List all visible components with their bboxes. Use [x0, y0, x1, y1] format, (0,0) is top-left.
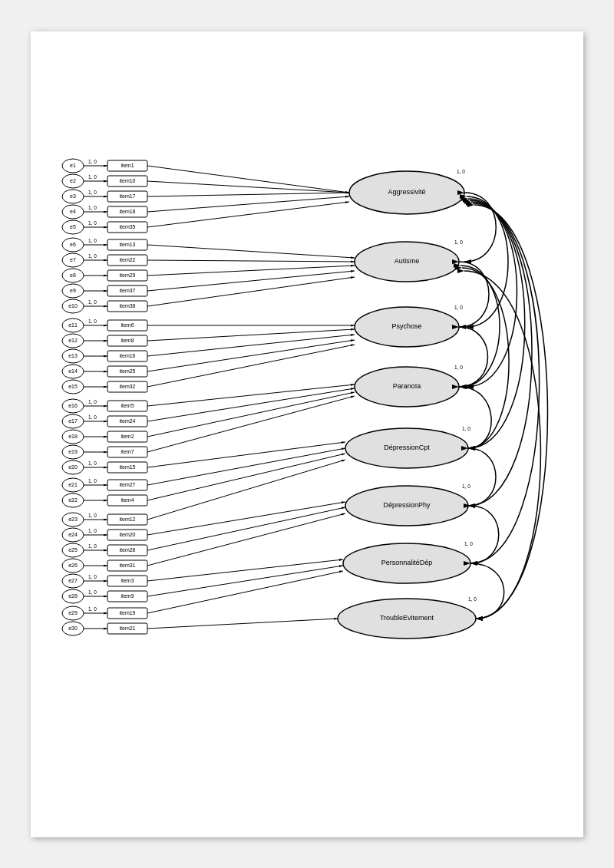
error-node-e25: e25	[62, 543, 84, 557]
item-node-item21: item21	[107, 623, 147, 634]
svg-text:item8: item8	[120, 337, 134, 342]
covar-autisme-depressioncpt	[462, 268, 509, 448]
loading-label: 1, 0	[88, 478, 97, 484]
svg-text:Psychose: Psychose	[391, 322, 421, 330]
factor-label-aggressivite: 1, 0	[457, 169, 465, 174]
loading-label: 1, 0	[88, 528, 97, 533]
svg-text:item32: item32	[119, 383, 135, 388]
factor-label-personnalitedep: 1, 0	[464, 541, 473, 546]
covar-paranoia-depressioncpt	[459, 387, 491, 448]
svg-text:e12: e12	[68, 337, 78, 342]
svg-text:item17: item17	[119, 193, 135, 198]
svg-text:Autisme: Autisme	[394, 257, 420, 265]
factor-node-troubleevitement: TroubleEvitement	[338, 599, 476, 639]
arrow-item24-paranoia	[147, 388, 355, 421]
factor-node-depressionphy: DépressionPhy	[345, 486, 468, 526]
error-node-e3: e3	[62, 190, 84, 203]
covar-autisme-troubleevitement	[464, 271, 540, 619]
arrow-item21-troubleevitement	[147, 619, 338, 629]
arrow-item10-aggressivite	[147, 181, 349, 193]
item-node-item26: item26	[107, 545, 147, 556]
svg-text:e24: e24	[68, 531, 78, 536]
arrow-item13-autisme	[147, 245, 355, 258]
svg-text:item2: item2	[120, 433, 134, 438]
error-node-e7: e7	[62, 253, 84, 267]
item-node-item10: item10	[107, 176, 147, 186]
svg-text:item10: item10	[119, 177, 135, 183]
svg-text:e18: e18	[68, 433, 78, 438]
page: e1 e2 e3 e4 e5 e6 e7 e8 e9 e10 e11 e12 e…	[31, 31, 583, 837]
loading-label: 1, 0	[88, 238, 97, 243]
arrow-item35-aggressivite	[147, 202, 349, 227]
svg-text:item21: item21	[119, 625, 135, 630]
arrow-item1-aggressivite	[147, 166, 349, 193]
error-node-e11: e11	[62, 318, 84, 332]
svg-text:item29: item29	[119, 272, 135, 277]
covar-personnalitedep-troubleevitement	[470, 563, 504, 619]
arrow-item15-depressioncpt	[147, 442, 345, 467]
loading-label: 1, 0	[88, 414, 97, 420]
svg-text:e28: e28	[68, 592, 78, 598]
svg-text:e17: e17	[68, 417, 78, 423]
error-node-e12: e12	[62, 334, 84, 348]
svg-text:item15: item15	[119, 464, 135, 469]
svg-text:DépressionCpt: DépressionCpt	[384, 444, 430, 451]
svg-text:e25: e25	[68, 546, 78, 552]
factor-label-depressioncpt: 1, 0	[462, 426, 470, 431]
factor-node-depressioncpt: DépressionCpt	[345, 428, 468, 468]
item-node-item3: item3	[107, 576, 147, 586]
covar-aggressivite-troubleevitement	[474, 205, 548, 619]
error-node-e26: e26	[62, 559, 84, 573]
svg-text:e23: e23	[68, 516, 78, 521]
loading-label: 1, 0	[88, 574, 97, 579]
arrow-item20-depressionphy	[147, 502, 345, 535]
svg-text:item35: item35	[119, 223, 135, 229]
svg-text:item13: item13	[119, 241, 135, 246]
item-node-item9: item9	[107, 591, 147, 602]
loading-label: 1, 0	[88, 220, 97, 226]
svg-text:Aggressivité: Aggressivité	[388, 188, 425, 196]
item-node-item20: item20	[107, 530, 147, 540]
svg-text:e10: e10	[68, 302, 78, 308]
svg-text:item16: item16	[119, 352, 135, 358]
loading-label: 1, 0	[88, 205, 97, 210]
arrow-item4-depressioncpt	[147, 454, 345, 500]
error-node-e6: e6	[62, 238, 84, 252]
svg-text:PersonnalitéDép: PersonnalitéDép	[381, 559, 433, 566]
item-node-item13: item13	[107, 239, 147, 250]
svg-text:item25: item25	[119, 368, 135, 373]
error-node-e24: e24	[62, 528, 84, 542]
svg-text:e6: e6	[70, 241, 76, 246]
svg-text:e30: e30	[68, 625, 78, 630]
svg-text:e15: e15	[68, 383, 78, 388]
item-node-item38: item38	[107, 301, 147, 312]
arrow-item31-depressionphy	[147, 513, 345, 566]
item-node-item27: item27	[107, 480, 147, 490]
error-node-e27: e27	[62, 574, 84, 588]
item-node-item19: item19	[107, 608, 147, 619]
error-node-e19: e19	[62, 445, 84, 459]
arrow-item5-paranoia	[147, 384, 355, 406]
svg-text:e4: e4	[70, 208, 76, 213]
item-node-item35: item35	[107, 222, 147, 233]
error-node-e22: e22	[62, 493, 84, 507]
arrow-item17-aggressivite	[147, 193, 349, 196]
item-node-item7: item7	[107, 447, 147, 457]
svg-text:e7: e7	[70, 256, 76, 262]
svg-text:item24: item24	[119, 417, 135, 423]
svg-text:e3: e3	[70, 193, 76, 198]
svg-text:item38: item38	[119, 302, 135, 308]
item-node-item18: item18	[107, 206, 147, 217]
error-node-e15: e15	[62, 380, 84, 394]
item-node-item6: item6	[107, 320, 147, 331]
error-node-e18: e18	[62, 430, 84, 444]
item-node-item15: item15	[107, 462, 147, 473]
svg-text:e13: e13	[68, 352, 78, 358]
loading-label: 1, 0	[88, 606, 97, 612]
arrow-item27-depressioncpt	[147, 448, 345, 485]
error-node-e10: e10	[62, 299, 84, 313]
svg-text:e16: e16	[68, 402, 78, 408]
loading-label: 1, 0	[88, 543, 97, 549]
svg-text:item6: item6	[120, 322, 134, 327]
svg-text:e22: e22	[68, 497, 78, 502]
